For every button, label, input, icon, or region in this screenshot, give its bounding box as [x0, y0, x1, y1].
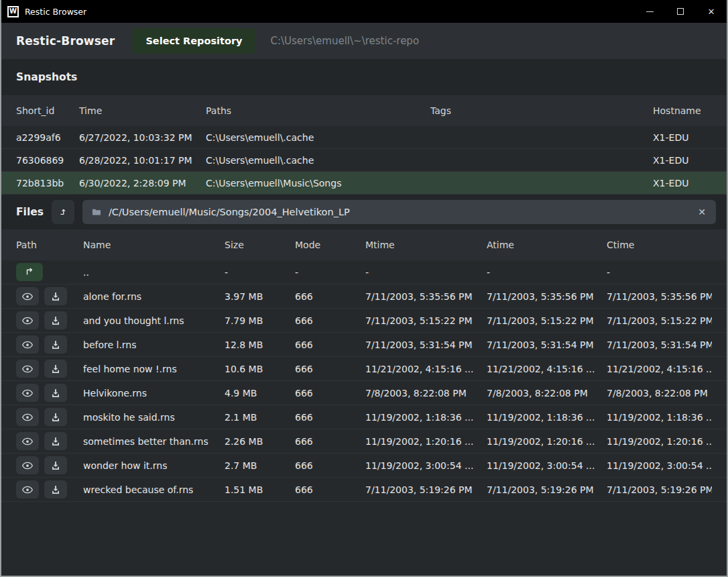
file-mtime: -	[365, 267, 487, 278]
file-ctime: 7/8/2003, 8:22:08 PM	[607, 388, 712, 399]
file-mtime: 7/11/2003, 5:31:54 PM	[365, 339, 487, 350]
file-ctime: 11/19/2002, 1:20:16 ...	[607, 436, 712, 447]
column-mode: Mode	[295, 240, 365, 250]
file-mode: 666	[295, 364, 365, 374]
app-header: Restic-Browser Select Repository C:\User…	[1, 23, 727, 59]
file-row: moskito he said.rns 2.1 MB 666 11/19/200…	[1, 405, 727, 429]
file-name[interactable]: ..	[83, 267, 225, 278]
file-row: sometimes better than.rns 2.26 MB 666 11…	[1, 429, 727, 454]
file-size: 7.79 MB	[225, 315, 295, 326]
clear-path-button[interactable]: ✕	[696, 207, 707, 217]
files-table-body: .. - - - - - alone for.rns 3.97 MB 666 7…	[1, 260, 727, 502]
file-name[interactable]: wonder how it.rns	[83, 460, 225, 471]
file-ctime: 7/11/2003, 5:15:22 PM	[607, 315, 712, 326]
select-repository-button[interactable]: Select Repository	[132, 28, 255, 54]
snapshot-paths: C:\Users\emuell\.cache	[206, 155, 430, 166]
empty-area	[1, 502, 727, 576]
preview-file-button[interactable]	[16, 360, 39, 378]
file-size: 12.8 MB	[225, 339, 295, 350]
preview-file-button[interactable]	[16, 311, 39, 329]
preview-file-button[interactable]	[16, 335, 39, 354]
snapshot-row[interactable]: 72b813bb 6/30/2022, 2:28:09 PM C:\Users\…	[1, 172, 727, 195]
file-size: 1.51 MB	[225, 484, 295, 495]
close-button[interactable]: ✕	[696, 0, 727, 23]
current-path-value: /C/Users/emuell/Music/Songs/2004_Helveti…	[109, 207, 690, 217]
go-up-level-button[interactable]	[52, 200, 74, 224]
column-time: Time	[79, 105, 206, 116]
preview-file-button[interactable]	[16, 432, 39, 450]
column-name: Name	[83, 240, 225, 250]
file-atime: 11/19/2002, 1:20:16 ...	[487, 436, 607, 447]
file-mode: 666	[295, 412, 365, 423]
current-path-input[interactable]: /C/Users/emuell/Music/Songs/2004_Helveti…	[82, 200, 716, 224]
preview-file-button[interactable]	[16, 480, 39, 499]
snapshots-title: Snapshots	[16, 71, 77, 83]
download-icon	[50, 388, 61, 399]
file-mode: 666	[295, 436, 365, 447]
column-short-id: Short_id	[16, 105, 79, 116]
file-name[interactable]: before l.rns	[83, 339, 225, 350]
column-path: Path	[16, 240, 83, 250]
download-file-button[interactable]	[44, 311, 67, 329]
column-tags: Tags	[430, 105, 653, 116]
preview-file-button[interactable]	[16, 287, 39, 305]
column-size: Size	[225, 240, 295, 250]
column-atime: Atime	[487, 240, 607, 250]
file-ctime: 11/19/2002, 3:00:54 ...	[607, 460, 712, 471]
snapshots-section-title: Snapshots	[1, 59, 727, 95]
snapshot-hostname: X1-EDU	[653, 178, 712, 189]
file-atime: 7/11/2003, 5:31:54 PM	[487, 339, 607, 350]
file-row: before l.rns 12.8 MB 666 7/11/2003, 5:31…	[1, 333, 727, 357]
download-icon	[50, 484, 61, 495]
snapshot-short-id: 76306869	[16, 155, 79, 166]
file-mode: 666	[295, 291, 365, 302]
download-file-button[interactable]	[44, 408, 67, 426]
column-mtime: Mtime	[365, 240, 487, 250]
file-mtime: 7/8/2003, 8:22:08 PM	[365, 388, 487, 399]
snapshot-row[interactable]: a2299af6 6/27/2022, 10:03:32 PM C:\Users…	[1, 126, 727, 149]
eye-icon	[21, 484, 34, 496]
eye-icon	[21, 315, 34, 327]
up-right-arrow-icon	[23, 266, 36, 278]
snapshot-hostname: X1-EDU	[653, 155, 712, 166]
column-paths: Paths	[206, 105, 430, 116]
file-name[interactable]: Helvikone.rns	[83, 388, 225, 399]
preview-file-button[interactable]	[16, 408, 39, 426]
files-bar: Files /C/Users/emuell/Music/Songs/2004_H…	[1, 195, 727, 229]
download-icon	[50, 291, 61, 302]
download-file-button[interactable]	[44, 287, 67, 305]
open-parent-directory-button[interactable]	[16, 263, 43, 281]
preview-file-button[interactable]	[16, 384, 39, 402]
download-file-button[interactable]	[44, 360, 67, 378]
preview-file-button[interactable]	[16, 456, 39, 474]
files-title: Files	[16, 206, 44, 218]
file-name[interactable]: wrecked because of.rns	[83, 484, 225, 495]
file-mode: 666	[295, 484, 365, 495]
download-file-button[interactable]	[44, 335, 67, 354]
snapshots-table-body: a2299af6 6/27/2022, 10:03:32 PM C:\Users…	[1, 126, 727, 195]
minimize-button[interactable]	[634, 0, 665, 23]
file-size: 10.6 MB	[225, 364, 295, 374]
maximize-button[interactable]	[665, 0, 696, 23]
file-atime: 7/8/2003, 8:22:08 PM	[487, 388, 607, 399]
titlebar[interactable]: W Restic Browser ✕	[1, 0, 727, 23]
file-name[interactable]: sometimes better than.rns	[83, 436, 225, 447]
download-file-button[interactable]	[44, 432, 67, 450]
file-name[interactable]: moskito he said.rns	[83, 412, 225, 423]
file-mode: 666	[295, 315, 365, 326]
download-file-button[interactable]	[44, 384, 67, 402]
download-file-button[interactable]	[44, 456, 67, 474]
file-mtime: 7/11/2003, 5:15:22 PM	[365, 315, 487, 326]
snapshots-table-header: Short_id Time Paths Tags Hostname	[1, 95, 727, 126]
download-file-button[interactable]	[44, 480, 67, 499]
file-name[interactable]: and you thought l.rns	[83, 315, 225, 326]
file-ctime: -	[607, 267, 712, 278]
file-name[interactable]: alone for.rns	[83, 291, 225, 302]
file-size: -	[225, 267, 295, 278]
snapshot-row[interactable]: 76306869 6/28/2022, 10:01:17 PM C:\Users…	[1, 149, 727, 172]
eye-icon	[21, 339, 34, 351]
file-name[interactable]: feel home now !.rns	[83, 364, 225, 374]
maximize-icon	[677, 8, 684, 15]
file-atime: -	[487, 267, 607, 278]
repository-path-field[interactable]: C:\Users\emuell\~\restic-repo	[270, 35, 419, 47]
